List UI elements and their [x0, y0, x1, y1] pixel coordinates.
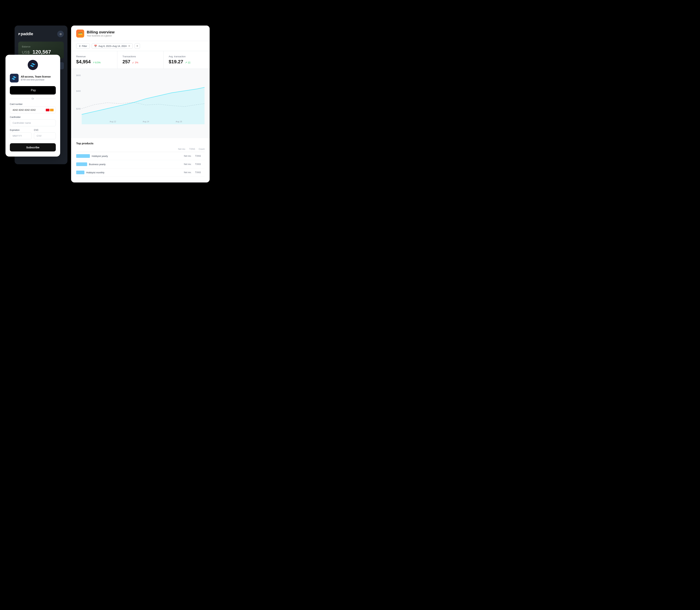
product-row: All-access, Team license $749 one-time p…	[10, 74, 56, 82]
subscribe-button[interactable]: Subscribe	[10, 143, 56, 151]
col-net-rev: Net rev.	[178, 148, 186, 150]
cardholder-input[interactable]	[10, 119, 56, 126]
apple-pay-button[interactable]: Pay	[10, 86, 56, 95]
transactions-label: Transactions	[122, 55, 159, 58]
plus-icon: +	[136, 44, 138, 48]
tailwind-logo	[28, 60, 38, 70]
svg-marker-3	[82, 87, 204, 124]
transactions-value: 257	[122, 59, 130, 65]
hobbyist-monthly-netrev: Net rev.	[184, 171, 191, 174]
metric-transactions: Transactions 257 ↙ 2%	[117, 51, 164, 69]
divider: Or	[10, 97, 56, 100]
hobbyist-yearly-txns: TXNS	[195, 155, 201, 157]
date-range-chip[interactable]: 📅 Aug 8, 2023–Aug 14, 2024 ✕	[92, 43, 133, 49]
svg-text:$200: $200	[76, 108, 81, 110]
billing-title: Billing overview	[87, 30, 115, 34]
filter-button[interactable]: ⊻ Filter	[76, 44, 90, 49]
metric-revenue: Revenue $4,954 ↗ 8.5%	[71, 51, 117, 69]
tailwind-logo-svg	[30, 62, 36, 68]
apple-pay-label: Pay	[31, 89, 36, 92]
avatar-button[interactable]: ⊕	[57, 31, 64, 37]
revenue-change: ↗ 8.5%	[93, 61, 101, 64]
product-icon	[10, 74, 19, 82]
table-row: Hobbyist yearly Net rev. TXNS	[76, 152, 204, 160]
hobbyist-monthly-txns: TXNS	[195, 171, 201, 174]
revenue-label: Revenue	[76, 55, 112, 58]
hobbyist-monthly-bar	[76, 171, 84, 174]
business-yearly-txns: TXNS	[195, 163, 201, 165]
hobbyist-yearly-bar	[76, 154, 90, 158]
date-clear-button[interactable]: ✕	[128, 45, 130, 47]
avg-transaction-change: ↗ 12.	[185, 61, 191, 64]
mastercard-orange-circle	[50, 109, 54, 111]
table-header: Net rev. TXNS Count	[76, 148, 204, 152]
expiration-group: Expiration	[10, 129, 32, 139]
mastercard-red-circle	[46, 109, 49, 111]
balance-amount: US$ 120,567	[22, 49, 60, 55]
card-number-label: Card number	[10, 103, 56, 106]
product-title: All-access, Team license	[21, 75, 51, 78]
expiry-cvc-row: Expiration CVC	[10, 129, 56, 142]
revenue-chart: $600 $400 $200 Aug 12 Aug 14 Aug 16	[76, 73, 204, 124]
table-area: Top products Net rev. TXNS Count Hobbyis…	[71, 138, 210, 180]
cvc-input[interactable]	[34, 132, 56, 139]
metric-avg-transaction: Avg. transaction $19.27 ↗ 12.	[164, 51, 210, 69]
svg-text:$400: $400	[76, 90, 81, 92]
avg-transaction-label: Avg. transaction	[169, 55, 204, 58]
product-price: $749 one-time purchase	[21, 78, 51, 81]
sidebar-header: paddle ⊕	[18, 31, 64, 37]
paddle-logo: paddle	[18, 32, 33, 36]
filter-bar: ⊻ Filter 📅 Aug 8, 2023–Aug 14, 2024 ✕ +	[71, 41, 210, 51]
filter-icon: ⊻	[79, 45, 81, 47]
transactions-change: ↙ 2%	[132, 61, 138, 64]
app-icon: 💳	[76, 30, 84, 37]
avg-transaction-value: $19.27	[169, 59, 183, 65]
table-row: Business yearly Net rev. TXNS	[76, 160, 204, 168]
chart-area: $600 $400 $200 Aug 12 Aug 14 Aug 16	[71, 69, 210, 138]
or-label: Or	[32, 97, 34, 100]
business-yearly-netrev: Net rev.	[184, 163, 191, 165]
add-filter-button[interactable]: +	[135, 43, 140, 49]
payment-modal: All-access, Team license $749 one-time p…	[5, 55, 60, 157]
metrics-row: Revenue $4,954 ↗ 8.5% Transactions 257 ↙…	[71, 51, 210, 69]
card-brand-icons	[46, 109, 54, 111]
revenue-value: $4,954	[76, 59, 91, 65]
cardholder-group: Cardholder	[10, 116, 56, 126]
balance-currency: US$	[22, 50, 30, 54]
billing-header: 💳 Billing overview Your business at a gl…	[71, 26, 210, 41]
business-yearly-name: Business yearly	[89, 163, 105, 166]
svg-text:$600: $600	[76, 74, 81, 77]
expiration-label: Expiration	[10, 129, 32, 131]
cardholder-label: Cardholder	[10, 116, 56, 118]
billing-subtitle: Your business at a glance	[87, 34, 115, 37]
svg-text:Aug 14: Aug 14	[143, 121, 149, 123]
col-txns: TXNS	[189, 148, 195, 150]
business-yearly-bar	[76, 162, 87, 166]
hobbyist-yearly-netrev: Net rev.	[184, 155, 191, 157]
balance-label: Balance	[22, 45, 60, 48]
filter-label: Filter	[82, 45, 87, 47]
svg-text:Aug 16: Aug 16	[176, 121, 182, 123]
date-range-label: Aug 8, 2023–Aug 14, 2024	[98, 45, 127, 47]
col-count: Count	[199, 148, 204, 150]
table-title: Top products	[76, 142, 204, 145]
subscribe-label: Subscribe	[26, 146, 39, 149]
expiration-input[interactable]	[10, 132, 32, 139]
table-row: Hobbyist monthly Net rev. TXNS	[76, 168, 204, 177]
hobbyist-monthly-name: Hobbyist monthly	[86, 171, 104, 174]
billing-panel: 💳 Billing overview Your business at a gl…	[71, 26, 210, 182]
cvc-label: CVC	[34, 129, 56, 131]
calendar-icon: 📅	[94, 45, 97, 47]
svg-text:Aug 12: Aug 12	[110, 121, 116, 123]
cvc-group: CVC	[34, 129, 56, 139]
hobbyist-yearly-name: Hobbyist yearly	[92, 155, 108, 158]
card-number-group: Card number	[10, 103, 56, 113]
